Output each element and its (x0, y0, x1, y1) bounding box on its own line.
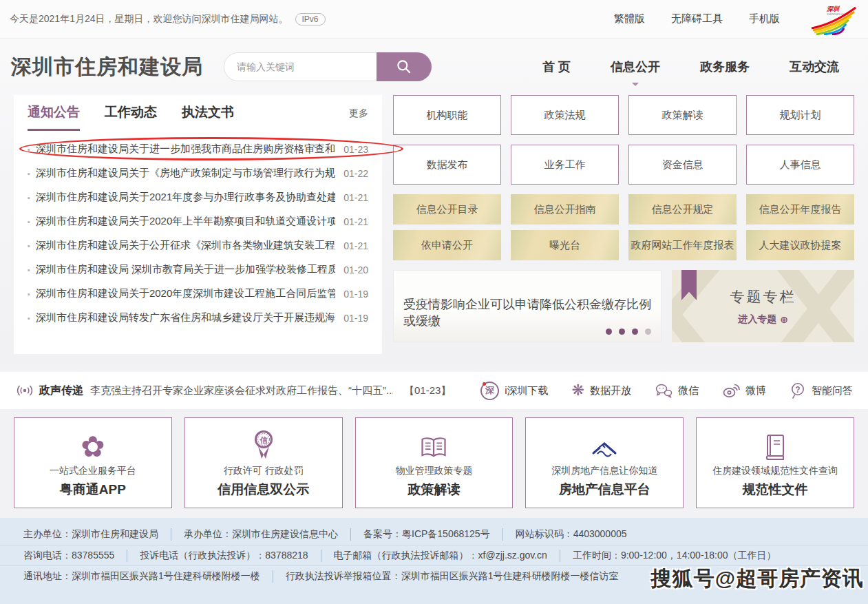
ipv6-badge[interactable]: IPv6 (295, 13, 326, 25)
disclosure-buttons-grid: 信息公开目录 信息公开指南 信息公开规定 信息公开年度报告 依申请公开 曝光台 … (393, 194, 854, 260)
medal-icon: 信 (250, 428, 277, 461)
btn-disclosure-guide[interactable]: 信息公开指南 (511, 194, 619, 225)
news-title: 深圳市住房和建设局关于《房地产政策制定与市场管理行政行为规... (28, 167, 335, 180)
search-input[interactable] (224, 52, 377, 81)
notice-panel: 通知公告 工作动态 执法文书 更多 深圳市住房和建设局关于进一步加强我市商品住房… (14, 95, 382, 354)
banner-row: 受疫情影响企业可以申请降低公积金缴存比例或缓缴 (393, 270, 854, 342)
card-title: 政策解读 (407, 481, 460, 499)
list-item[interactable]: 深圳市住房和建设局转发广东省住房和城乡建设厅关于开展违规海... 01-19 (28, 306, 368, 330)
mobile-version-link[interactable]: 手机版 (749, 12, 780, 25)
list-item[interactable]: 深圳市住房和建设局关于进一步加强我市商品住房购房资格审查和... 01-23 (28, 137, 368, 161)
news-date: 01-23 (343, 144, 368, 155)
nav-interaction[interactable]: 互动交流 (790, 59, 839, 75)
news-title: 深圳市住房和建设局关于2020年上半年勘察项目和轨道交通设计项... (28, 215, 335, 228)
carousel-dot[interactable] (632, 329, 638, 335)
footer-phone: 咨询电话：83785555 (23, 550, 114, 562)
btn-business-work[interactable]: 业务工作 (511, 145, 619, 185)
ishenzhen-download-link[interactable]: 深 i深圳下载 (480, 382, 548, 400)
broadcast-icon (15, 384, 34, 397)
footer-icp-number: 备案号：粤ICP备15068125号 (350, 528, 490, 541)
site-footer: 主办单位：深圳市住房和建设局 承办单位：深圳市住房建设信息中心 备案号：粤ICP… (0, 518, 868, 604)
carousel-dot[interactable] (619, 329, 625, 335)
btn-exposure-platform[interactable]: 曝光台 (511, 230, 619, 260)
btn-disclosure-rules[interactable]: 信息公开规定 (628, 194, 737, 225)
btn-planning[interactable]: 规划计划 (746, 95, 854, 135)
tool-label: 微博 (745, 384, 766, 397)
page-middle-section: 政声传递 李克强主持召开专家企业家座谈会征求对政府工作报告、“十四五”... 【… (0, 364, 868, 518)
btn-disclosure-on-request[interactable]: 依申请公开 (393, 230, 501, 260)
card-title: 粤商通APP (60, 481, 126, 499)
btn-funds-info[interactable]: 资金信息 (628, 145, 737, 185)
banner-carousel[interactable]: 受疫情影响企业可以申请降低公积金缴存比例或缓缴 (393, 270, 661, 342)
special-topics-box[interactable]: 专题专栏 进入专题 ⊕ (672, 270, 854, 342)
btn-org-functions[interactable]: 机构职能 (393, 95, 501, 135)
btn-policy-interpretation[interactable]: 政策解读 (628, 95, 737, 135)
smart-qa-link[interactable]: ? 智能问答 (790, 382, 853, 399)
search-bar (224, 52, 432, 81)
smart-qa-icon: ? (790, 382, 806, 399)
btn-annual-report[interactable]: 信息公开年度报告 (746, 194, 854, 225)
list-item[interactable]: 深圳市住房和建设局关于2020年度深圳市建设工程施工合同后监管... 01-19 (28, 282, 368, 306)
footer-row-1: 主办单位：深圳市住房和建设局 承办单位：深圳市住房建设信息中心 备案号：粤ICP… (0, 524, 868, 545)
enter-topics-link[interactable]: 进入专题 ⊕ (738, 313, 788, 326)
weibo-icon (722, 382, 740, 399)
main-nav: 首 页 信息公开 政务服务 互动交流 (542, 59, 854, 75)
i-shenzhen-icon: 深 (480, 382, 499, 400)
card-policy-interpretation[interactable]: 物业管理政策专题 政策解读 (355, 417, 514, 508)
footer-complaint-phone: 投诉电话（行政执法投诉）：83788218 (127, 550, 308, 562)
footer-address: 通讯地址：深圳市福田区振兴路1号住建科研楼附楼一楼 (23, 570, 260, 583)
carousel-dot[interactable] (645, 329, 651, 335)
nav-gov-services[interactable]: 政务服务 (700, 59, 750, 75)
search-button[interactable] (377, 52, 432, 81)
tab-enforcement-docs[interactable]: 执法文书 (182, 103, 234, 129)
btn-website-annual-report[interactable]: 政府网站工作年度报表 (628, 230, 737, 260)
card-real-estate-platform[interactable]: 深圳房地产信息让你知道 房地产信息平台 (525, 417, 684, 508)
carousel-dot[interactable] (606, 329, 612, 335)
data-open-icon: ❋ (572, 383, 584, 398)
tab-notices[interactable]: 通知公告 (28, 103, 80, 131)
top-utility-bar: 今天是2021年1月24日，星期日，欢迎您访问深圳市住建局网站。 IPv6 繁體… (0, 0, 868, 39)
welcome-text: 今天是2021年1月24日，星期日，欢迎您访问深圳市住建局网站。 (10, 13, 288, 25)
house-icon (588, 438, 621, 461)
wechat-link[interactable]: 微信 (655, 383, 699, 398)
footer-complaint-box-location: 行政执法投诉举报箱位置：深圳市福田区振兴路1号住建科研楼附楼一楼信访室 (273, 570, 619, 583)
news-date: 01-21 (343, 240, 368, 251)
card-title: 房地产信息平台 (559, 481, 650, 499)
nav-info-disclosure[interactable]: 信息公开 (611, 59, 660, 75)
news-title: 深圳市住房和建设局转发广东省住房和城乡建设厅关于开展违规海... (28, 311, 335, 324)
main-content: 通知公告 工作动态 执法文书 更多 深圳市住房和建设局关于进一步加强我市商品住房… (0, 95, 868, 354)
btn-disclosure-catalog[interactable]: 信息公开目录 (393, 194, 501, 225)
gov-voice-date: 【01-23】 (404, 384, 451, 397)
card-yueshangtong-app[interactable]: ✿ 一站式企业服务平台 粤商通APP (14, 417, 172, 508)
weibo-link[interactable]: 微博 (722, 382, 766, 399)
more-link[interactable]: 更多 (349, 107, 368, 120)
search-icon (395, 58, 413, 76)
list-item[interactable]: 深圳市住房和建设局关于《房地产政策制定与市场管理行政行为规... 01-22 (28, 161, 368, 185)
btn-policies-regulations[interactable]: 政策法规 (511, 95, 619, 135)
card-normative-documents[interactable]: 住房建设领域规范性文件查询 规范性文件 (696, 417, 854, 508)
svg-text:?: ? (795, 385, 800, 395)
btn-personnel-info[interactable]: 人事信息 (746, 145, 854, 185)
list-item[interactable]: 深圳市住房和建设局关于公开征求《深圳市各类物业建筑安装工程... 01-21 (28, 233, 368, 258)
footer-email: 电子邮箱（行政执法投诉邮箱）：xf@zjj.sz.gov.cn (321, 550, 547, 562)
btn-data-release[interactable]: 数据发布 (393, 145, 501, 185)
accessibility-tools-link[interactable]: 无障碍工具 (671, 12, 723, 25)
list-item[interactable]: 深圳市住房和建设局关于2020年上半年勘察项目和轨道交通设计项... 01-21 (28, 209, 368, 233)
gov-voice-label: 政声传递 (39, 384, 83, 398)
news-date: 01-20 (343, 264, 368, 275)
wechat-icon (655, 383, 673, 398)
news-date: 01-21 (343, 216, 368, 227)
tab-work-updates[interactable]: 工作动态 (105, 103, 157, 129)
list-item[interactable]: 深圳市住房和建设局关于2021年度参与办理行政事务及协助查处建... 01-21 (28, 185, 368, 209)
open-data-link[interactable]: ❋ 数据开放 (572, 383, 631, 398)
site-title: 深圳市住房和建设局 (11, 53, 203, 81)
news-date: 01-22 (343, 168, 368, 179)
card-credit-info[interactable]: 信 行政许可 行政处罚 信用信息双公示 (184, 417, 343, 508)
list-item[interactable]: 深圳市住房和建设局 深圳市教育局关于进一步加强学校装修工程质... 01-20 (28, 258, 368, 282)
gov-voice-bar: 政声传递 李克强主持召开专家企业家座谈会征求对政府工作报告、“十四五”... 【… (0, 372, 868, 409)
footer-site-id: 网站标识码：4403000005 (502, 528, 627, 541)
nav-home[interactable]: 首 页 (542, 59, 571, 75)
traditional-chinese-link[interactable]: 繁體版 (614, 12, 645, 25)
btn-npc-cppcc-proposals[interactable]: 人大建议政协提案 (746, 230, 854, 260)
gov-voice-headline[interactable]: 李克强主持召开专家企业家座谈会征求对政府工作报告、“十四五”... (90, 384, 393, 397)
